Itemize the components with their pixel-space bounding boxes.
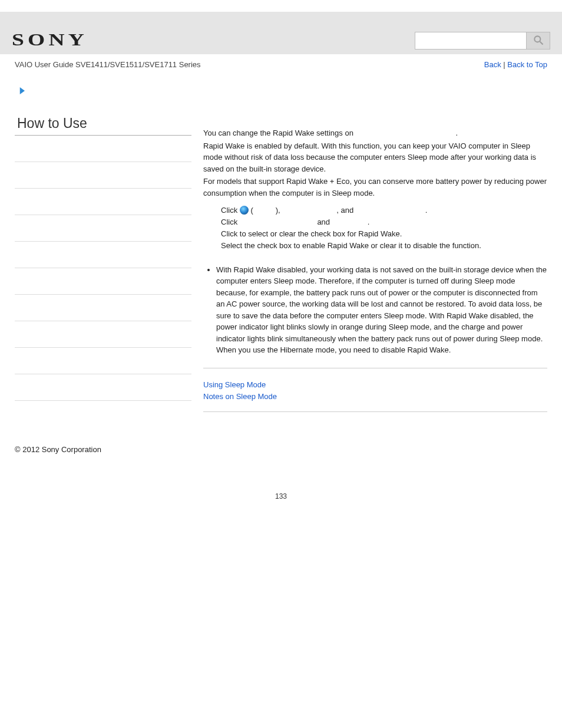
note-text-2: When you use the Hibernate mode, you nee…	[216, 345, 451, 354]
content-area: How to Use You can change the Rapid Wake…	[0, 98, 562, 429]
nav-links: Back | Back to Top	[484, 60, 547, 69]
sidebar-item[interactable]	[15, 215, 191, 242]
step-3: Click to select or clear the check box f…	[221, 228, 547, 240]
note-text-1: With Rapid Wake disabled, your working d…	[216, 265, 547, 343]
related-topics: Using Sleep Mode Notes on Sleep Mode	[203, 379, 547, 404]
sub-header: VAIO User Guide SVE1411/SVE1511/SVE1711 …	[0, 54, 562, 75]
windows-start-icon	[240, 206, 249, 215]
back-link[interactable]: Back	[484, 60, 501, 69]
svg-line-1	[540, 41, 543, 44]
search-box	[415, 32, 550, 50]
sidebar-item[interactable]	[15, 189, 191, 215]
text-fragment: .	[368, 218, 370, 226]
chevron-right-icon	[18, 89, 28, 98]
related-link-notes-sleep[interactable]: Notes on Sleep Mode	[203, 391, 547, 403]
instruction-steps: Click (), , and . Click and . Click to s…	[203, 205, 547, 252]
back-to-top-link[interactable]: Back to Top	[507, 60, 547, 69]
text-fragment: (	[249, 206, 253, 215]
note-list: With Rapid Wake disabled, your working d…	[206, 264, 547, 356]
step-4: Select the check box to enable Rapid Wak…	[221, 240, 547, 252]
sony-logo: SONY	[12, 29, 88, 50]
step-1: Click (), , and .	[221, 205, 547, 216]
sidebar-item[interactable]	[15, 295, 191, 321]
intro-para-2: For models that support Rapid Wake + Eco…	[203, 176, 547, 199]
copyright: © 2012 Sony Corporation	[0, 429, 562, 460]
breadcrumb-chevron[interactable]	[0, 75, 562, 98]
divider	[203, 411, 547, 412]
text-fragment: .	[456, 129, 458, 137]
svg-point-0	[534, 36, 540, 42]
text-fragment: You can change the Rapid Wake settings o…	[203, 129, 356, 137]
sidebar: How to Use	[15, 116, 191, 423]
page-number: 133	[0, 460, 562, 506]
note-item: With Rapid Wake disabled, your working d…	[216, 264, 547, 356]
intro-line-1: You can change the Rapid Wake settings o…	[203, 127, 547, 139]
sidebar-item[interactable]	[15, 268, 191, 295]
sidebar-title: How to Use	[15, 116, 191, 136]
text-fragment: ),	[276, 206, 283, 215]
step-2: Click and .	[221, 216, 547, 228]
related-link-sleep-mode[interactable]: Using Sleep Mode	[203, 379, 547, 391]
main-content: You can change the Rapid Wake settings o…	[203, 116, 547, 423]
magnifier-icon	[533, 34, 544, 48]
text-fragment: and	[315, 218, 332, 226]
text-fragment: Click	[221, 218, 240, 226]
sidebar-item[interactable]	[15, 242, 191, 268]
sidebar-item[interactable]	[15, 321, 191, 348]
text-fragment: .	[425, 206, 428, 215]
sidebar-item[interactable]	[15, 374, 191, 401]
sidebar-item[interactable]	[15, 136, 191, 162]
sidebar-item[interactable]	[15, 162, 191, 189]
text-fragment: , and	[336, 206, 356, 215]
header-bar: SONY	[0, 12, 562, 54]
intro-para: Rapid Wake is enabled by default. With t…	[203, 140, 547, 175]
search-input[interactable]	[415, 32, 527, 50]
nav-separator: |	[501, 60, 508, 69]
sidebar-item[interactable]	[15, 348, 191, 374]
divider	[203, 368, 547, 368]
search-button[interactable]	[527, 32, 550, 50]
text-fragment: Click	[221, 206, 240, 215]
guide-title: VAIO User Guide SVE1411/SVE1511/SVE1711 …	[15, 60, 201, 69]
